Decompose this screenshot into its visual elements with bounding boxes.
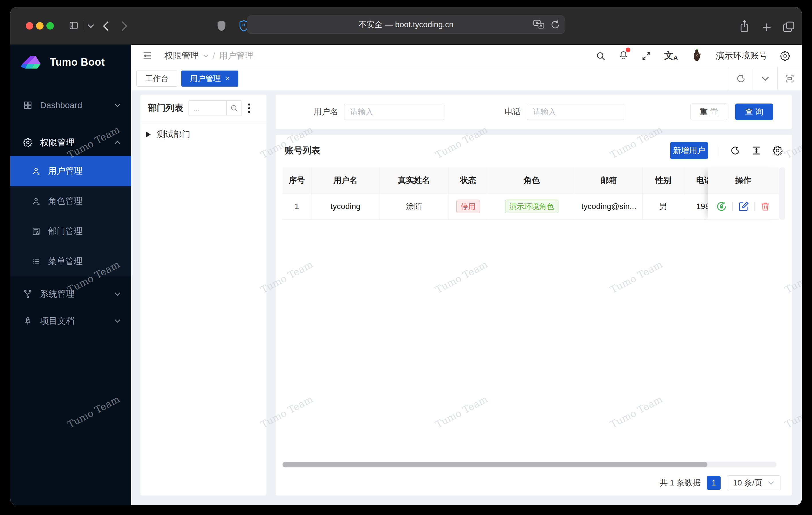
tab-bar-tools	[729, 67, 802, 90]
dept-tree-item[interactable]: 测试部门	[140, 122, 266, 147]
cell-username: tycoding	[312, 194, 380, 219]
reset-button[interactable]: 重 置	[691, 104, 727, 120]
new-tab-icon[interactable]	[761, 22, 773, 33]
language-switch-icon[interactable]: 文A	[664, 51, 678, 61]
table-zone: 序号 用户名 真实姓名 状态 角色 邮箱 性别 电话	[283, 167, 785, 467]
vertical-scrollbar-track[interactable]	[779, 167, 785, 220]
sidebar-item-system[interactable]: 系统管理	[10, 280, 131, 307]
permission-submenu: 用户管理 角色管理 部门管理 菜单管理	[10, 156, 131, 276]
row-density-icon[interactable]	[751, 145, 761, 156]
dept-search-input[interactable]	[188, 100, 226, 116]
settings-gear-icon[interactable]	[780, 51, 790, 61]
cell-gender: 男	[643, 194, 684, 219]
account-name[interactable]: 演示环境账号	[716, 50, 767, 62]
tab-workbench[interactable]: 工作台	[136, 71, 177, 87]
user-icon	[31, 167, 41, 176]
chevron-down-icon	[767, 481, 775, 485]
back-icon[interactable]	[103, 21, 110, 31]
table-header-row: 序号 用户名 真实姓名 状态 角色 邮箱 性别 电话	[283, 167, 708, 194]
minimize-window-button[interactable]	[36, 22, 44, 30]
sidebar-item-dashboard[interactable]: Dashboard	[10, 92, 131, 119]
trash-icon	[760, 201, 771, 212]
breadcrumb-current: 用户管理	[219, 50, 253, 62]
search-icon[interactable]	[596, 51, 606, 61]
tab-label: 用户管理	[190, 74, 221, 84]
breadcrumb-separator: /	[212, 51, 215, 61]
sidebar-item-role-management[interactable]: 角色管理	[10, 186, 131, 216]
maximize-icon	[784, 74, 795, 84]
edit-user-button[interactable]	[738, 201, 749, 212]
topbar: 权限管理 / 用户管理 文A 演示环境账号	[131, 45, 802, 67]
username-input[interactable]	[344, 104, 444, 120]
col-header-email: 邮箱	[575, 167, 643, 193]
fullscreen-icon[interactable]	[641, 51, 651, 61]
search-icon	[230, 104, 238, 112]
avatar[interactable]	[691, 49, 703, 63]
tree-expand-caret-icon[interactable]	[146, 132, 151, 137]
browser-toolbar: 不安全 — boot.tycoding.cn	[10, 7, 802, 45]
zoom-window-button[interactable]	[47, 22, 54, 30]
sidebar-item-label: 用户管理	[48, 165, 83, 177]
sidebar-item-docs[interactable]: 项目文档	[10, 307, 131, 334]
sidebar-item-dept-management[interactable]: 部门管理	[10, 216, 131, 246]
tab-options-button[interactable]	[753, 67, 777, 90]
sidebar-item-label: 菜单管理	[48, 255, 83, 267]
sidebar-item-user-management[interactable]: 用户管理	[10, 156, 131, 186]
query-button[interactable]: 查 询	[735, 104, 773, 120]
app-root: Tumo Boot Dashboard 权限管理 用户管理	[10, 45, 802, 505]
sidebar-item-permission[interactable]: 权限管理	[10, 129, 131, 156]
cell-status: 停用	[448, 194, 488, 219]
phone-label: 电话	[504, 106, 521, 117]
divider	[719, 145, 719, 156]
role-badge: 演示环境角色	[505, 199, 558, 213]
close-window-button[interactable]	[26, 22, 33, 30]
reset-password-button[interactable]	[716, 201, 727, 212]
dept-panel: 部门列表 测试部门	[140, 94, 266, 495]
horizontal-scrollbar-thumb[interactable]	[283, 462, 707, 467]
tab-overview-icon[interactable]	[782, 21, 795, 33]
delete-user-button[interactable]	[760, 201, 771, 212]
breadcrumb: 权限管理 / 用户管理	[165, 50, 253, 62]
logo-row[interactable]: Tumo Boot	[10, 49, 131, 76]
add-user-button[interactable]: 新增用户	[670, 142, 708, 159]
dept-more-menu-icon[interactable]	[246, 102, 252, 115]
tab-user-management[interactable]: 用户管理 ×	[181, 71, 238, 87]
filter-panel: 用户名 电话 重 置 查 询	[276, 94, 792, 129]
col-header-realname: 真实姓名	[380, 167, 448, 193]
refresh-page-button[interactable]	[729, 67, 753, 90]
collapse-sidebar-icon[interactable]	[142, 51, 153, 61]
address-bar-tools	[533, 16, 560, 33]
translate-icon[interactable]	[533, 20, 545, 30]
sidebar-item-label: Dashboard	[40, 100, 82, 110]
table-row[interactable]: 1 tycoding 涂陌 停用 演示环境角色 tycoding@sin... …	[283, 194, 708, 220]
page-size-select[interactable]: 10 条/页	[727, 476, 781, 490]
dept-search-button[interactable]	[226, 100, 242, 116]
chevron-down-icon[interactable]	[87, 24, 94, 29]
sidebar-item-label: 项目文档	[40, 315, 75, 327]
share-icon[interactable]	[738, 19, 750, 33]
sidebar-toggle-icon[interactable]	[68, 21, 79, 30]
notifications-button[interactable]	[618, 50, 629, 62]
filter-buttons: 重 置 查 询	[691, 104, 773, 120]
address-bar[interactable]: 不安全 — boot.tycoding.cn	[247, 16, 565, 34]
sidebar: Tumo Boot Dashboard 权限管理 用户管理	[10, 45, 131, 505]
tab-label: 工作台	[145, 74, 169, 84]
col-header-username: 用户名	[312, 167, 380, 193]
list-icon	[31, 257, 41, 266]
sidebar-item-label: 系统管理	[40, 288, 75, 300]
maximize-content-button[interactable]	[777, 67, 802, 90]
phone-input[interactable]	[527, 104, 624, 120]
breadcrumb-parent[interactable]: 权限管理	[165, 50, 199, 62]
refresh-table-icon[interactable]	[730, 145, 741, 156]
privacy-shield-icon[interactable]	[217, 20, 226, 32]
dept-search-group	[188, 100, 242, 116]
sidebar-item-menu-management[interactable]: 菜单管理	[10, 246, 131, 276]
horizontal-scrollbar-track[interactable]	[283, 462, 777, 467]
cell-email: tycoding@sin...	[575, 194, 643, 219]
column-settings-gear-icon[interactable]	[773, 145, 783, 156]
close-tab-icon[interactable]: ×	[226, 74, 230, 83]
divider	[732, 201, 733, 211]
reload-icon[interactable]	[550, 20, 560, 30]
forward-icon[interactable]	[121, 21, 128, 31]
page-1-button[interactable]: 1	[707, 476, 721, 490]
